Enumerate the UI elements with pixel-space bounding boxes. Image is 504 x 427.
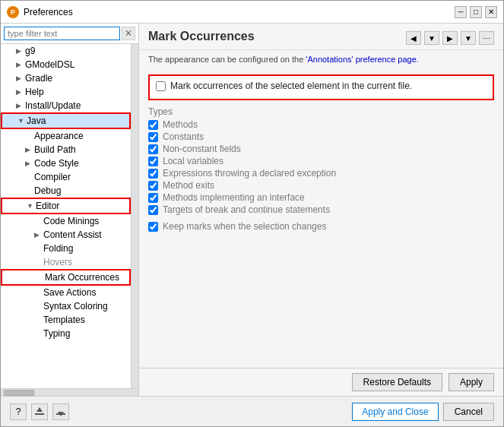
hscroll-thumb[interactable] [4, 390, 34, 396]
import-icon[interactable] [31, 403, 48, 420]
sidebar-item-help[interactable]: ▶ Help [1, 85, 131, 99]
method-exits-checkbox[interactable] [148, 181, 158, 191]
sidebar-item-label: Templates [43, 315, 85, 325]
expand-arrow: ▶ [16, 88, 24, 96]
bottom-bar: ? Apply and Close Cancel [1, 396, 503, 426]
svg-rect-0 [35, 413, 44, 415]
list-item: Targets of break and continue statements [148, 204, 494, 216]
non-constant-fields-checkbox[interactable] [148, 144, 158, 154]
sidebar: ✕ ▶ g9 ▶ GModelDSL ▶ Gradle [1, 24, 139, 396]
sidebar-item-label: Mark Occurrences [45, 272, 119, 283]
more-options[interactable]: ⋯ [479, 31, 494, 45]
right-panel: Mark Occurrences ◀ ▼ ▶ ▼ ⋯ The appearanc… [139, 24, 503, 396]
export-icon[interactable] [52, 403, 69, 420]
panel-body: Mark occurrences of the selected element… [139, 68, 503, 368]
panel-header: Mark Occurrences ◀ ▼ ▶ ▼ ⋯ [139, 24, 503, 50]
constants-label: Constants [163, 131, 204, 142]
nav-dropdown2[interactable]: ▼ [461, 31, 476, 45]
close-button[interactable]: ✕ [485, 6, 497, 18]
apply-and-close-button[interactable]: Apply and Close [352, 403, 438, 421]
main-checkbox[interactable] [156, 81, 166, 91]
bottom-left-icons: ? [10, 403, 69, 420]
window-title: Preferences [24, 7, 73, 17]
methods-checkbox[interactable] [148, 120, 158, 130]
sidebar-item-debug[interactable]: Debug [1, 184, 131, 198]
panel-nav: ◀ ▼ ▶ ▼ ⋯ [406, 31, 494, 45]
constants-checkbox[interactable] [148, 132, 158, 142]
annotations-link[interactable]: 'Annotations' preference page. [306, 55, 419, 64]
sidebar-item-code-minings[interactable]: Code Minings [1, 214, 131, 228]
sidebar-item-label: Build Path [34, 144, 76, 155]
sidebar-scrollbar[interactable] [131, 44, 138, 388]
help-icon[interactable]: ? [10, 403, 27, 420]
sidebar-item-label: Content Assist [43, 229, 102, 240]
sidebar-item-label: Help [25, 87, 44, 97]
sidebar-item-install-update[interactable]: ▶ Install/Update [1, 99, 131, 112]
expressions-throwing-checkbox[interactable] [148, 169, 158, 179]
tree-scroll-area: ▶ g9 ▶ GModelDSL ▶ Gradle ▶ Help [1, 44, 138, 388]
search-clear-button[interactable]: ✕ [122, 27, 135, 40]
list-item: Methods implementing an interface [148, 191, 494, 204]
sidebar-item-mark-occurrences[interactable]: Mark Occurrences [1, 269, 131, 286]
sidebar-item-typing[interactable]: Typing [1, 327, 131, 340]
bottom-right-buttons: Apply and Close Cancel [352, 403, 494, 421]
expand-arrow: ▶ [25, 146, 33, 153]
expand-arrow: ▶ [16, 74, 24, 82]
sidebar-item-java[interactable]: ▼ Java [1, 112, 131, 129]
list-item: Constants [148, 131, 494, 143]
sidebar-item-templates[interactable]: Templates [1, 313, 131, 327]
apply-button[interactable]: Apply [449, 373, 494, 391]
sidebar-item-g9[interactable]: ▶ g9 [1, 44, 131, 58]
expand-arrow: ▶ [16, 102, 24, 109]
sidebar-item-label: Code Minings [43, 216, 99, 226]
desc-text: The appearance can be configured on the [148, 55, 303, 64]
keep-marks-checkbox[interactable] [148, 222, 158, 232]
sidebar-item-gradle[interactable]: ▶ Gradle [1, 71, 131, 85]
sidebar-item-code-style[interactable]: ▶ Code Style [1, 157, 131, 170]
sidebar-item-label: Gradle [25, 73, 52, 84]
sidebar-item-compiler[interactable]: Compiler [1, 170, 131, 184]
expand-arrow: ▶ [34, 231, 42, 239]
cancel-button[interactable]: Cancel [443, 403, 494, 421]
sidebar-item-save-actions[interactable]: Save Actions [1, 286, 131, 299]
back-button[interactable]: ◀ [406, 31, 421, 45]
search-input[interactable] [4, 27, 120, 40]
panel-title: Mark Occurrences [148, 30, 255, 43]
list-item: Expressions throwing a declared exceptio… [148, 167, 494, 179]
expand-arrow: ▼ [27, 202, 34, 210]
sidebar-item-label: Folding [43, 243, 73, 254]
targets-break-checkbox[interactable] [148, 205, 158, 215]
forward-button[interactable]: ▶ [442, 31, 458, 45]
local-variables-checkbox[interactable] [148, 157, 158, 166]
keep-marks-label: Keep marks when the selection changes [163, 221, 326, 232]
panel-footer: Restore Defaults Apply [139, 368, 503, 396]
sidebar-item-label: Editor [36, 201, 59, 211]
list-item: Methods [148, 119, 494, 131]
expand-arrow: ▶ [25, 160, 33, 167]
panel-description: The appearance can be configured on the … [139, 50, 503, 68]
sidebar-item-label: Install/Update [25, 100, 81, 111]
svg-marker-1 [36, 407, 43, 412]
expand-arrow: ▶ [16, 61, 24, 68]
preferences-window: P Preferences ─ □ ✕ ✕ ▶ g9 [0, 0, 504, 427]
restore-defaults-button[interactable]: Restore Defaults [352, 373, 442, 391]
maximize-button[interactable]: □ [470, 6, 482, 18]
sidebar-item-hovers[interactable]: Hovers [1, 255, 131, 269]
sidebar-item-label: Typing [43, 328, 70, 339]
title-controls: ─ □ ✕ [455, 6, 497, 18]
methods-implementing-checkbox[interactable] [148, 193, 158, 203]
sidebar-item-content-assist[interactable]: ▶ Content Assist [1, 228, 131, 242]
sidebar-item-gmodeldsl[interactable]: ▶ GModelDSL [1, 58, 131, 71]
sidebar-item-editor[interactable]: ▼ Editor [1, 198, 131, 214]
main-checkbox-label: Mark occurrences of the selected element… [170, 81, 412, 91]
title-bar-left: P Preferences [7, 6, 73, 18]
sidebar-item-build-path[interactable]: ▶ Build Path [1, 143, 131, 157]
nav-dropdown[interactable]: ▼ [424, 31, 439, 45]
sidebar-item-appearance[interactable]: Appearance [1, 129, 131, 143]
sidebar-hscrollbar[interactable] [1, 388, 138, 396]
minimize-button[interactable]: ─ [455, 6, 467, 18]
sidebar-item-folding[interactable]: Folding [1, 242, 131, 255]
list-item: Local variables [148, 155, 494, 167]
title-bar: P Preferences ─ □ ✕ [1, 1, 503, 24]
sidebar-item-syntax-coloring[interactable]: Syntax Coloring [1, 299, 131, 313]
